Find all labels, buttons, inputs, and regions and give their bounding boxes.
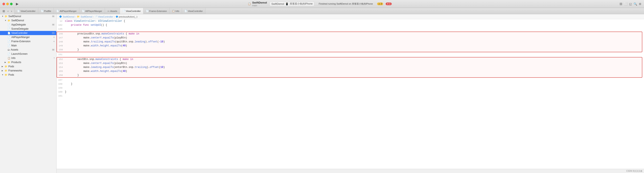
line-content[interactable]: previousBtn.snp.makeConstraints { make i…	[65, 32, 642, 36]
tab-label-assets: Assets	[110, 10, 117, 12]
line-content[interactable]: private func setUpUI() {	[65, 23, 644, 27]
token-method: playBtn	[115, 36, 126, 39]
line-content[interactable]: make.trailing.equalTo(quitBtn.snp.leadin…	[65, 40, 642, 44]
sidebar-item-swiftdemol-1[interactable]: ▼ 📁 SwiftDemol	[0, 18, 56, 22]
sidebar-item-assets-8[interactable]: 🗂 Assets M	[0, 48, 56, 52]
inspector-toggle-button[interactable]: ⬜	[624, 2, 628, 6]
tab-icon-viewcontroller3: 📄	[184, 10, 187, 12]
traffic-lights	[2, 3, 12, 5]
search-button[interactable]: 🔍	[634, 2, 637, 6]
token-plain	[65, 44, 83, 47]
line-content[interactable]: }	[65, 82, 644, 86]
line-content[interactable]: make.leading.equalTo(enterBtn.snp.traili…	[65, 65, 642, 69]
line-number: 157	[56, 78, 65, 82]
badge-m: M	[52, 32, 55, 34]
run-button[interactable]: ▶	[14, 1, 20, 7]
tab-viewcontroller3[interactable]: 📄ViewController	[182, 8, 206, 14]
file-type-icon: 📁	[4, 74, 8, 76]
tab-aliplayermanger1[interactable]: 📄AliPlayerManger	[54, 8, 79, 14]
token-plain: (	[115, 40, 116, 43]
tab-icon-podfile: 📄	[41, 10, 43, 12]
sidebar-item-appdelegate-2[interactable]: 📄 AppDelegate M	[0, 22, 56, 27]
settings-button[interactable]: ⚙	[639, 2, 642, 6]
line-content[interactable]: make.centerY.equalTo(playBtn)	[65, 36, 642, 40]
token-plain: .snp.	[88, 58, 96, 61]
token-fn: offset	[148, 40, 157, 43]
token-plain	[65, 36, 83, 39]
expand-arrow: ▶	[2, 65, 4, 67]
sidebar-item-frame-extension-6[interactable]: 📄 Frame-Extension A	[0, 39, 56, 43]
token-fn: centerY	[91, 36, 101, 39]
token-num: -10	[159, 40, 164, 43]
tab-back-button[interactable]: ‹	[7, 9, 10, 13]
token-method: make	[83, 66, 90, 69]
line-content[interactable]: }	[65, 90, 644, 94]
line-number: 12	[56, 19, 65, 23]
token-plain: (	[157, 40, 159, 43]
sidebar-item-aliplayermanger-5[interactable]: 📄 AliPlayerManger A	[0, 35, 56, 39]
close-button[interactable]	[2, 3, 5, 5]
error-icon: ✕	[387, 3, 388, 5]
code-editor[interactable]: 12class ViewController: UIViewController…	[56, 19, 644, 169]
app-window: ▶ 📋 SwiftDemol main SwiftDemol 📱 库客双小鱼的i…	[0, 0, 644, 173]
line-content[interactable]	[65, 53, 644, 57]
tab-forward-button[interactable]: ›	[10, 9, 13, 13]
maximize-button[interactable]	[10, 3, 12, 5]
tab-podfile[interactable]: 📄Podfile	[38, 8, 54, 14]
minimize-button[interactable]	[6, 3, 9, 5]
sidebar-item-label: Frame-Extension	[11, 40, 52, 43]
line-content[interactable]: make.centerY.equalTo(playBtn)	[65, 61, 642, 65]
tab-allplayermanger[interactable]: 📄AllPlayerManger	[79, 8, 105, 14]
sidebar-item-launchscreen-9[interactable]: 📄 LaunchScreen	[0, 52, 56, 56]
tab-label-viewcontroller1: ViewController	[20, 10, 36, 12]
tab-label-allplayermanger: AllPlayerManger	[85, 10, 102, 12]
token-plain: }	[65, 90, 66, 93]
sidebar-item-info-10[interactable]: 📋 Info ?	[0, 56, 56, 60]
token-fn: equalTo	[103, 36, 114, 39]
tab-icon-aliplayermanger1: 📄	[56, 10, 59, 12]
code-line: 155 make.width.height.equalTo(40)	[57, 69, 642, 73]
line-content[interactable]	[65, 86, 644, 90]
tab-viewcontroller2[interactable]: 📄ViewController	[120, 8, 144, 14]
sidebar-item-pods-14[interactable]: ▼ 📁 Pods	[0, 73, 56, 77]
tab-viewcontroller1[interactable]: 📄ViewController	[15, 8, 38, 14]
device-selector[interactable]: SwiftDemol 📱 库客双小鱼的iPhone	[270, 1, 314, 6]
breadcrumb-sep-3: ›	[114, 15, 115, 18]
file-type-icon: 📄	[8, 32, 10, 34]
sidebar-item-swiftdemol-0[interactable]: ▼ 📁 SwiftDemol M	[0, 14, 56, 18]
tab-assets[interactable]: 🗂Assets	[105, 8, 120, 14]
line-content[interactable]: make.width.height.equalTo(40)	[65, 44, 642, 48]
line-content[interactable]	[65, 78, 644, 82]
sidebar-item-products-11[interactable]: ▶ 📁 Products	[0, 60, 56, 64]
line-content[interactable]	[65, 27, 644, 31]
sidebar-item-frameworks-13[interactable]: ▶ 📁 Frameworks	[0, 69, 56, 73]
expand-arrow: ▼	[4, 19, 7, 21]
line-content[interactable]: }	[65, 48, 642, 52]
sidebar-item-main-7[interactable]: 📄 Main	[0, 43, 56, 48]
sidebar-item-viewcontroller-4[interactable]: 📄 ViewController M	[0, 31, 56, 35]
line-number: 145	[56, 27, 65, 31]
tab-frame-extension[interactable]: 📄Frame-Extension	[144, 8, 170, 14]
token-num: 40	[123, 44, 126, 47]
line-content[interactable]: nextBtn.snp.makeConstraints { make in	[65, 57, 642, 61]
device-app-label: SwiftDemol	[271, 2, 284, 5]
line-content[interactable]: }	[65, 73, 642, 77]
watermark: CSDN 9汉汉汉难	[626, 170, 642, 173]
tab-list-button[interactable]: ⊞	[2, 9, 6, 13]
layout-toggle-button[interactable]: ⊞	[620, 2, 622, 6]
code-line: 102 private func setUpUI() {	[56, 23, 644, 27]
line-content[interactable]	[65, 94, 644, 98]
tab-info[interactable]: 📋Info	[170, 8, 182, 14]
token-plain: (	[121, 70, 123, 73]
line-number: 161	[56, 94, 65, 98]
sidebar-item-scenedelegate-3[interactable]: 📄 SceneDelegate	[0, 27, 56, 31]
line-content[interactable]: make.width.height.equalTo(40)	[65, 69, 642, 73]
line-content[interactable]: class ViewController: UIViewController {	[65, 19, 644, 23]
line-number: 150	[57, 48, 65, 52]
error-badge: ✕ 1	[386, 2, 392, 5]
panel-button[interactable]: ◱	[629, 2, 632, 6]
token-plain: .snp.	[127, 66, 134, 69]
token-plain: )	[163, 66, 165, 69]
code-line: 157	[56, 78, 644, 82]
sidebar-item-pods-12[interactable]: ▶ 📁 Pods	[0, 64, 56, 69]
